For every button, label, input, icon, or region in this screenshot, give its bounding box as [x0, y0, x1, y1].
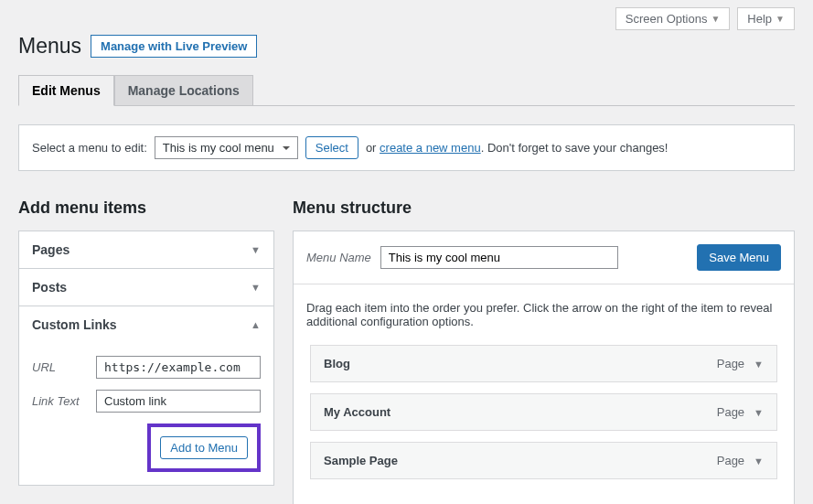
menu-item-type: Page: [717, 405, 744, 419]
menu-item-type: Page: [717, 454, 744, 467]
menu-name-label: Menu Name: [306, 251, 371, 264]
select-menu-button[interactable]: Select: [305, 136, 358, 159]
menu-structure-title: Menu structure: [293, 198, 795, 218]
accordion-pages-header[interactable]: Pages ▼: [19, 231, 273, 268]
menu-item-title: My Account: [324, 405, 717, 419]
page-title: Menus: [18, 34, 81, 59]
chevron-down-icon[interactable]: ▼: [754, 456, 764, 466]
chevron-up-icon: ▲: [251, 319, 261, 330]
accordion-custom-links-label: Custom Links: [32, 317, 117, 332]
select-remainder-text: . Don't forget to save your changes!: [481, 141, 669, 155]
menu-instructions: Drag each item into the order you prefer…: [306, 301, 781, 328]
link-text-field-label: Link Text: [32, 394, 87, 408]
chevron-down-icon[interactable]: ▼: [754, 359, 764, 370]
menu-select-dropdown[interactable]: This is my cool menu: [155, 136, 298, 159]
select-menu-label: Select a menu to edit:: [32, 141, 147, 155]
custom-link-url-input[interactable]: [96, 356, 261, 379]
add-to-menu-highlight: Add to Menu: [147, 424, 261, 472]
menu-item[interactable]: Blog Page ▼: [310, 345, 777, 382]
chevron-down-icon: ▼: [776, 14, 785, 24]
help-label: Help: [747, 12, 772, 26]
menu-name-input[interactable]: [380, 246, 618, 269]
or-text: or: [366, 141, 377, 155]
live-preview-button[interactable]: Manage with Live Preview: [91, 35, 257, 58]
menu-edit-panel: Menu Name Save Menu Drag each item into …: [293, 231, 795, 504]
menu-select-box: Select a menu to edit: This is my cool m…: [18, 124, 795, 171]
url-field-label: URL: [32, 360, 87, 374]
menu-item-type: Page: [717, 357, 744, 370]
menu-item-title: Blog: [324, 357, 717, 370]
accordion-posts-header[interactable]: Posts ▼: [19, 269, 273, 306]
menu-item[interactable]: My Account Page ▼: [310, 393, 777, 431]
accordion-custom-links-header[interactable]: Custom Links ▲: [19, 306, 273, 343]
menu-item[interactable]: Sample Page Page ▼: [310, 442, 777, 479]
chevron-down-icon: ▼: [251, 244, 261, 255]
menu-items-list: Blog Page ▼ My Account Page ▼ Sample Pag…: [306, 345, 781, 479]
accordion-pages-label: Pages: [32, 242, 70, 257]
tab-manage-locations[interactable]: Manage Locations: [114, 75, 253, 106]
help-button[interactable]: Help ▼: [737, 7, 795, 30]
accordion-posts-label: Posts: [32, 280, 67, 295]
screen-options-label: Screen Options: [626, 12, 708, 26]
add-to-menu-button[interactable]: Add to Menu: [160, 436, 248, 459]
chevron-down-icon: ▼: [711, 14, 720, 24]
tab-edit-menus[interactable]: Edit Menus: [18, 75, 114, 106]
chevron-down-icon[interactable]: ▼: [754, 407, 764, 418]
screen-options-button[interactable]: Screen Options ▼: [615, 7, 731, 30]
custom-link-text-input[interactable]: [96, 390, 261, 413]
create-new-menu-link[interactable]: create a new menu: [380, 141, 481, 155]
menu-item-title: Sample Page: [324, 454, 717, 467]
chevron-down-icon: ▼: [251, 282, 261, 293]
save-menu-button[interactable]: Save Menu: [697, 244, 781, 271]
add-items-accordion: Pages ▼ Posts ▼ Custom Links ▲: [18, 231, 274, 486]
add-menu-items-title: Add menu items: [18, 198, 274, 218]
